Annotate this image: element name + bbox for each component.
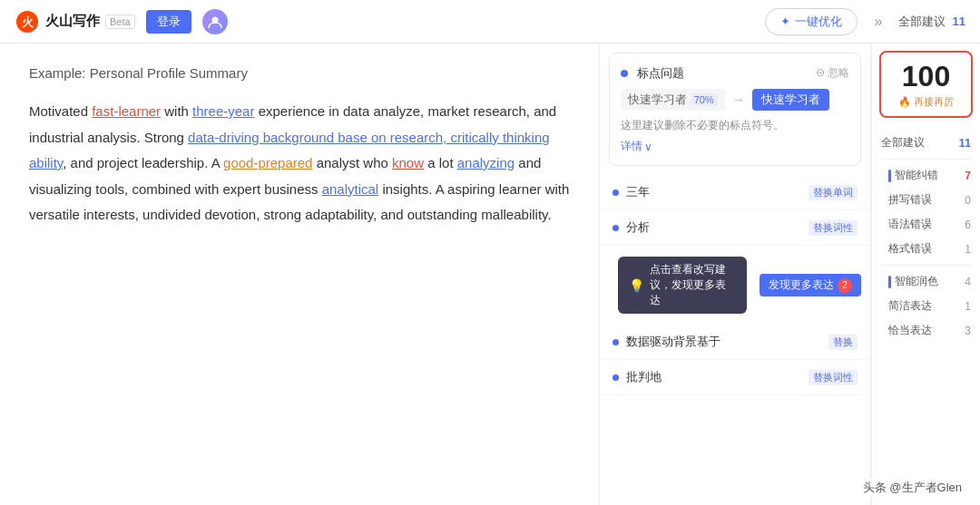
item-tag[interactable]: 替换 [828, 335, 858, 350]
item-label: 批判地 [626, 369, 801, 385]
doc-body: Motivated fast-learner with three-year e… [29, 99, 570, 228]
item-dot [612, 225, 619, 231]
word-badge: 70% [691, 93, 718, 106]
spelling-count: 0 [965, 194, 971, 207]
editor-area: Example: Personal Profile Summary Motiva… [0, 44, 599, 505]
list-item[interactable]: 分析 替换词性 [600, 210, 870, 246]
card-title-area: 标点问题 [621, 64, 684, 82]
score-subtitle: 🔥 再接再厉 [892, 95, 960, 109]
discover-label: 发现更多表达 [769, 277, 834, 293]
right-row-appropriate[interactable]: 恰当表达 3 [881, 318, 971, 343]
score-number: 100 [892, 60, 960, 93]
tooltip-text: 点击查看改写建议，发现更多表达 [650, 262, 736, 308]
optimize-icon: ✦ [780, 15, 790, 28]
item-dot [612, 374, 619, 381]
appropriate-count: 3 [965, 325, 971, 337]
optimize-button[interactable]: ✦ 一键优化 [765, 8, 858, 35]
highlight-fast-learner: fast-learner [92, 103, 161, 119]
item-label: 三年 [626, 184, 801, 200]
beta-badge: Beta [105, 15, 135, 29]
card-ignore-btn[interactable]: ⊖ 忽略 [816, 65, 849, 81]
right-row-all[interactable]: 全部建议 11 [881, 131, 971, 155]
card-header: 标点问题 ⊖ 忽略 [621, 64, 849, 82]
item-label: 分析 [626, 219, 801, 236]
item-dot [612, 339, 619, 345]
highlight-three-year: three-year [192, 103, 254, 119]
divider [881, 159, 971, 160]
logo-icon: 火 [15, 9, 40, 34]
middle-panel: 标点问题 ⊖ 忽略 快速学习者 70% → 快速学习者 这里建议删除不必要的标点… [599, 44, 871, 505]
avatar [202, 9, 228, 34]
tooltip-row: 💡 点击查看改写建议，发现更多表达 发现更多表达 2 [609, 251, 861, 319]
svg-text:火: 火 [21, 15, 34, 29]
right-row-smart-correct[interactable]: 智能纠错 7 [881, 163, 971, 188]
highlight-know: know [392, 155, 424, 170]
discover-button[interactable]: 发现更多表达 2 [760, 274, 861, 296]
format-count: 1 [965, 243, 971, 256]
topbar: 火 火山写作 Beta 登录 ✦ 一键优化 » 全部建议 11 [0, 0, 980, 44]
indicator-bar [888, 170, 891, 182]
lightbulb-icon: 💡 [629, 278, 644, 293]
all-suggestions-label: 全部建议 [881, 135, 925, 151]
highlight-analytical: analytical [322, 181, 379, 197]
smart-correct-label-area: 智能纠错 [888, 168, 938, 183]
card-title: 标点问题 [637, 66, 684, 80]
fire-icon: 🔥 [898, 96, 911, 108]
arrow-icon: → [732, 92, 745, 107]
concise-label: 简洁表达 [888, 298, 932, 314]
right-row-spelling[interactable]: 拼写错误 0 [881, 188, 971, 212]
doc-title: Example: Personal Profile Summary [29, 65, 570, 81]
appropriate-label: 恰当表达 [888, 323, 932, 338]
right-row-concise[interactable]: 简洁表达 1 [881, 294, 971, 318]
list-item[interactable]: 数据驱动背景基于 替换 [600, 325, 870, 360]
smart-polish-count: 4 [965, 276, 971, 288]
highlight-analyzing: analyzing [457, 155, 514, 170]
item-tag[interactable]: 替换词性 [808, 220, 858, 236]
list-item[interactable]: 三年 替换单词 [600, 175, 870, 210]
item-tag[interactable]: 替换单词 [808, 185, 858, 200]
format-label: 格式错误 [888, 241, 932, 257]
concise-count: 1 [965, 300, 971, 313]
card-words: 快速学习者 70% → 快速学习者 [621, 89, 849, 111]
smart-correct-count: 7 [965, 170, 971, 182]
right-section: 全部建议 11 智能纠错 7 拼写错误 0 语法错误 6 格式错误 [872, 125, 980, 348]
list-item[interactable]: 批判地 替换词性 [600, 360, 870, 395]
grammar-count: 6 [965, 219, 971, 231]
app-name: 火山写作 [45, 13, 100, 30]
watermark: 头条 @生产者Glen [856, 478, 969, 498]
tooltip-bar: 💡 点击查看改写建议，发现更多表达 [618, 257, 747, 314]
chevron-icon: ∨ [644, 141, 652, 153]
main-layout: Example: Personal Profile Summary Motiva… [0, 44, 980, 505]
right-row-format[interactable]: 格式错误 1 [881, 237, 971, 261]
logo-area: 火 火山写作 Beta [15, 9, 135, 34]
grammar-label: 语法错误 [888, 217, 932, 232]
highlight-good-prepared: good-prepared [223, 155, 312, 170]
word-original: 快速学习者 70% [621, 89, 725, 111]
suggestion-card-punctuation: 标点问题 ⊖ 忽略 快速学习者 70% → 快速学习者 这里建议删除不必要的标点… [609, 53, 861, 166]
item-tag[interactable]: 替换词性 [808, 370, 858, 385]
login-button[interactable]: 登录 [146, 10, 191, 34]
indicator-bar [888, 276, 891, 288]
card-description: 这里建议删除不必要的标点符号。 [621, 118, 849, 133]
suggestions-count: 11 [953, 15, 965, 28]
right-row-smart-polish[interactable]: 智能润色 4 [881, 269, 971, 294]
spelling-label: 拼写错误 [888, 192, 932, 208]
divider [881, 265, 971, 266]
item-dot [612, 189, 619, 196]
card-dot [621, 70, 628, 77]
suggestions-label: 全部建议 11 [898, 14, 965, 30]
right-row-grammar[interactable]: 语法错误 6 [881, 212, 971, 237]
more-button[interactable]: » [868, 14, 887, 30]
suggestions-prefix: 全部建议 [898, 15, 946, 28]
score-box: 100 🔥 再接再厉 [879, 51, 973, 118]
discover-count: 2 [838, 278, 852, 293]
all-suggestions-count: 11 [959, 137, 971, 150]
word-suggested[interactable]: 快速学习者 [752, 89, 829, 111]
optimize-label: 一键优化 [795, 14, 842, 30]
smart-polish-label-area: 智能润色 [888, 274, 938, 289]
card-detail-btn[interactable]: 详情 ∨ [621, 139, 849, 154]
item-label: 数据驱动背景基于 [626, 334, 821, 350]
right-panel: 100 🔥 再接再厉 全部建议 11 智能纠错 7 拼写错误 [871, 44, 980, 505]
